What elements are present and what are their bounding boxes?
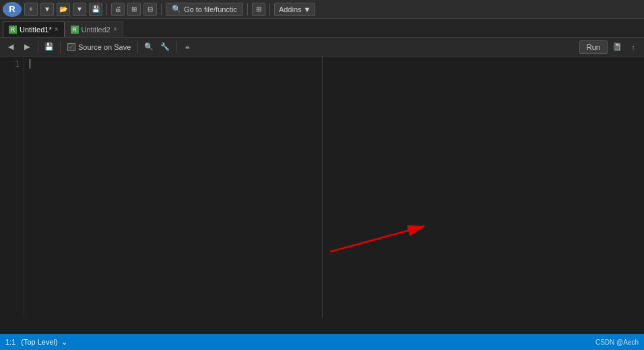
open-file-dropdown[interactable]: ▼ <box>73 3 86 16</box>
publish-button[interactable]: ↑ <box>626 40 640 54</box>
addins-button[interactable]: Addins ▼ <box>274 3 316 16</box>
chunk-button[interactable]: ≡ <box>181 40 194 54</box>
source-on-save-control[interactable]: Source on Save <box>65 43 133 51</box>
tab-untitled1[interactable]: R Untitled1* × <box>3 21 65 37</box>
status-right-text: CSDN @Aech <box>595 339 639 346</box>
goto-file-button[interactable]: 🔍 Go to file/functic <box>166 3 243 16</box>
tab-icon-2: R <box>71 26 79 34</box>
editor-sep4 <box>176 41 176 53</box>
separator3 <box>247 3 248 15</box>
print-button[interactable]: 🖨 <box>111 3 125 16</box>
editor-sep3 <box>137 41 138 53</box>
editor-toolbar: ◀ ▶ 💾 Source on Save 🔍 🔧 ≡ Run <box>0 38 644 57</box>
cursor-position: 1:1 <box>5 338 15 346</box>
editor-sep1 <box>38 41 38 53</box>
editor-right-panel <box>323 57 645 318</box>
top-toolbar: R + ▼ 📂 ▼ 💾 🖨 ⊞ ⊟ 🔍 Go to file/fun <box>0 0 644 19</box>
layout-button[interactable]: ⊟ <box>143 3 157 16</box>
separator1 <box>106 3 107 15</box>
editor-sep2 <box>60 41 61 53</box>
run-button[interactable]: Run <box>579 40 608 54</box>
tab-close-1[interactable]: × <box>55 26 59 33</box>
run-area: Run 📓 ↑ <box>579 40 640 54</box>
tab-untitled2[interactable]: R Untitled2 × <box>65 21 123 37</box>
new-file-dropdown[interactable]: ▼ <box>40 3 54 16</box>
editor-save-button[interactable]: 💾 <box>42 40 56 54</box>
editor-main: 1 <box>0 57 323 318</box>
source-on-save-checkbox[interactable] <box>67 43 75 51</box>
save-button[interactable]: 💾 <box>89 3 102 16</box>
new-file-button[interactable]: + <box>24 3 38 16</box>
status-bar: 1:1 (Top Level) ⌄ CSDN @Aech <box>0 334 644 350</box>
tab-icon-1: R <box>9 26 17 34</box>
scope-label: (Top Level) ⌄ <box>21 338 67 347</box>
text-cursor <box>30 59 30 69</box>
r-logo: R <box>3 2 22 17</box>
tab-bar: R Untitled1* × R Untitled2 × <box>0 19 644 38</box>
forward-button[interactable]: ▶ <box>20 40 34 54</box>
separator4 <box>269 3 270 15</box>
back-button[interactable]: ◀ <box>4 40 18 54</box>
format-button[interactable]: ⊞ <box>127 3 141 16</box>
line-number-1: 1 <box>0 59 20 69</box>
editors-wrapper: 1 <box>0 57 644 318</box>
search-button[interactable]: 🔍 <box>142 40 156 54</box>
tools-button[interactable]: 🔧 <box>158 40 172 54</box>
notebook-button[interactable]: 📓 <box>610 40 624 54</box>
tab-close-2[interactable]: × <box>113 26 117 33</box>
editor-content[interactable] <box>24 57 322 318</box>
open-file-button[interactable]: 📂 <box>57 3 70 16</box>
grid-button[interactable]: ⊞ <box>252 3 265 16</box>
line-numbers: 1 <box>0 57 24 318</box>
separator2 <box>161 3 162 15</box>
